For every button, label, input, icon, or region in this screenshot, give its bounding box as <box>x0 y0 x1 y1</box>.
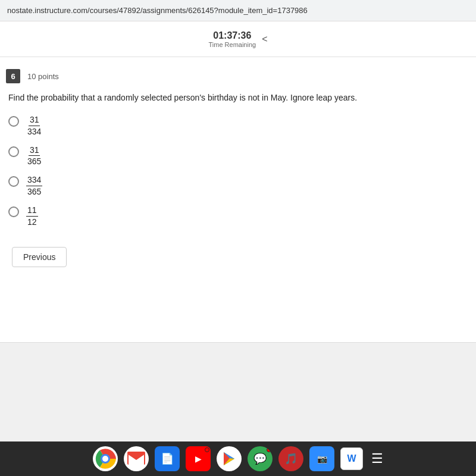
url-text: nostate.instructure.com/courses/47892/as… <box>7 6 308 15</box>
fraction-4-numerator: 11 <box>26 205 38 217</box>
question-text: Find the probability that a randomly sel… <box>8 92 464 104</box>
option-item-4: 11 12 <box>8 205 464 227</box>
fraction-1-numerator: 31 <box>29 115 40 126</box>
taskbar-icon-youtube[interactable]: ▶ <box>186 446 211 471</box>
taskbar-icon-word[interactable]: W <box>340 447 363 470</box>
timer-container: 01:37:36 Time Remaining < <box>208 30 267 48</box>
radio-option-4[interactable] <box>8 206 19 217</box>
media-icon: 🎵 <box>284 452 298 465</box>
content-spacer <box>0 343 476 367</box>
playstore-icon <box>221 451 237 466</box>
fraction-4-denominator: 12 <box>26 217 38 227</box>
timer-time: 01:37:36 <box>208 30 256 41</box>
previous-button[interactable]: Previous <box>12 247 67 267</box>
fraction-1: 31 334 <box>26 115 42 137</box>
radio-option-1[interactable] <box>8 116 19 127</box>
fraction-2: 31 365 <box>26 145 42 167</box>
taskbar-icon-gmail[interactable] <box>124 446 149 471</box>
zoom-icon: 📷 <box>317 454 327 464</box>
taskbar-icon-playstore[interactable] <box>217 446 242 471</box>
timer-info: 01:37:36 Time Remaining <box>208 30 256 48</box>
chrome-icon <box>95 448 116 469</box>
question-number-badge: 6 <box>6 69 20 83</box>
taskbar-icon-docs[interactable]: 📄 <box>155 446 180 471</box>
question-points: 10 points <box>27 72 59 81</box>
fraction-3-denominator: 365 <box>26 186 42 197</box>
docs-icon: 📄 <box>161 452 174 465</box>
timer-label: Time Remaining <box>208 41 256 48</box>
messages-badge <box>267 447 271 452</box>
messages-icon: 💬 <box>253 452 267 465</box>
taskbar-menu-icon[interactable]: ☰ <box>371 451 383 466</box>
taskbar-icon-zoom[interactable]: 📷 <box>309 446 334 471</box>
address-bar: nostate.instructure.com/courses/47892/as… <box>0 0 476 21</box>
fraction-2-numerator: 31 <box>29 145 40 156</box>
svg-point-2 <box>102 456 108 462</box>
timer-section: 01:37:36 Time Remaining < <box>0 21 476 57</box>
main-content: 6 10 points Find the probability that a … <box>0 57 476 343</box>
radio-option-3[interactable] <box>8 176 19 187</box>
timer-chevron-button[interactable]: < <box>262 34 267 45</box>
taskbar-icon-messages[interactable]: 💬 <box>248 446 273 471</box>
taskbar: 📄 ▶ 💬 🎵 📷 W ☰ <box>0 441 476 476</box>
option-item-2: 31 365 <box>8 145 464 167</box>
fraction-4: 11 12 <box>26 205 38 227</box>
option-item-1: 31 334 <box>8 115 464 137</box>
taskbar-icon-chrome[interactable] <box>93 446 118 471</box>
radio-option-2[interactable] <box>8 146 19 157</box>
youtube-badge <box>205 447 209 452</box>
options-list: 31 334 31 365 334 365 11 12 <box>8 115 464 227</box>
fraction-1-denominator: 334 <box>26 126 42 137</box>
word-icon: W <box>347 453 356 464</box>
fraction-2-denominator: 365 <box>26 156 42 167</box>
fraction-3: 334 365 <box>26 175 42 197</box>
option-item-3: 334 365 <box>8 175 464 197</box>
question-header: 6 10 points <box>6 69 464 83</box>
gmail-icon <box>127 452 145 466</box>
youtube-icon: ▶ <box>195 454 202 464</box>
fraction-3-numerator: 334 <box>26 175 42 186</box>
taskbar-icon-media[interactable]: 🎵 <box>278 446 303 471</box>
